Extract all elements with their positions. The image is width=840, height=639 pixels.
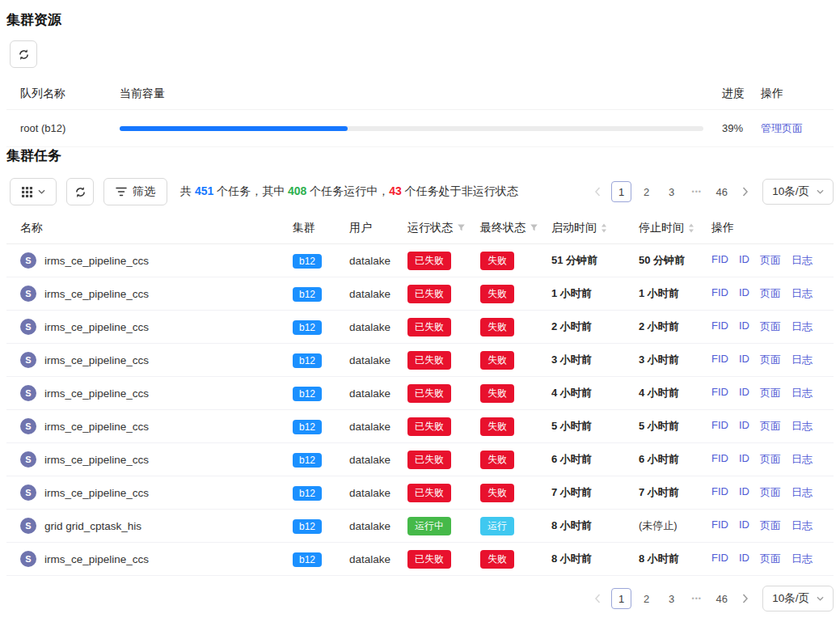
cluster-badge: b12 <box>293 519 322 534</box>
column-label: 停止时间 <box>639 221 684 235</box>
task-table-body: S irms_ce_pipeline_ccs b12 datalake 已失败 … <box>6 244 834 576</box>
summary-total-count: 451 <box>195 184 213 197</box>
task-action-id[interactable]: ID <box>739 419 749 434</box>
task-action-log[interactable]: 日志 <box>791 386 813 400</box>
column-resource-action: 操作 <box>761 87 834 101</box>
pagination: 123•••46 <box>589 181 754 202</box>
column-queue-name: 队列名称 <box>6 87 120 101</box>
tasks-refresh-button[interactable] <box>66 178 94 205</box>
task-action-id[interactable]: ID <box>739 452 749 467</box>
sorter-icon[interactable] <box>601 223 607 233</box>
spark-avatar-icon: S <box>20 319 36 335</box>
task-action-log[interactable]: 日志 <box>791 353 813 367</box>
task-action-fid[interactable]: FID <box>711 386 728 400</box>
summary-text: 个任务处于非运行状态 <box>402 184 518 197</box>
pagination-page[interactable]: 1 <box>611 588 631 609</box>
column-name: 名称 <box>6 221 293 235</box>
task-action-page[interactable]: 页面 <box>760 552 781 566</box>
page-size-select[interactable]: 10条/页 <box>762 586 834 611</box>
task-action-page[interactable]: 页面 <box>760 253 781 268</box>
task-action-fid[interactable]: FID <box>711 452 728 467</box>
task-actions: FIDID页面日志 <box>711 452 834 467</box>
final-status-badge: 失败 <box>480 285 514 303</box>
sorter-icon[interactable] <box>688 223 694 233</box>
task-action-log[interactable]: 日志 <box>791 485 813 500</box>
task-action-id[interactable]: ID <box>739 386 749 400</box>
task-action-id[interactable]: ID <box>739 552 749 566</box>
task-row: S irms_ce_pipeline_ccs b12 datalake 已失败 … <box>6 344 834 377</box>
capacity-cell <box>120 126 714 131</box>
task-action-id[interactable]: ID <box>739 518 749 533</box>
task-action-fid[interactable]: FID <box>711 320 728 334</box>
final-status-badge: 失败 <box>480 318 514 336</box>
task-action-id[interactable]: ID <box>739 286 749 301</box>
task-action-log[interactable]: 日志 <box>791 419 813 434</box>
pagination-page[interactable]: 3 <box>661 588 682 609</box>
task-action-log[interactable]: 日志 <box>791 286 813 301</box>
task-action-fid[interactable]: FID <box>711 353 728 367</box>
task-action-fid[interactable]: FID <box>711 485 728 500</box>
task-action-page[interactable]: 页面 <box>760 485 781 500</box>
task-action-page[interactable]: 页面 <box>760 518 781 533</box>
task-action-log[interactable]: 日志 <box>791 320 813 334</box>
task-action-id[interactable]: ID <box>739 485 749 500</box>
run-status-badge: 已失败 <box>407 252 451 270</box>
task-action-fid[interactable]: FID <box>711 419 728 434</box>
summary-stopped-count: 43 <box>389 184 402 197</box>
filter-funnel-icon[interactable] <box>457 223 466 232</box>
page-size-value: 10条/页 <box>772 184 809 199</box>
task-start-time: 1 小时前 <box>551 286 639 301</box>
task-action-fid[interactable]: FID <box>711 253 728 268</box>
summary-running-count: 408 <box>288 184 306 197</box>
task-action-page[interactable]: 页面 <box>760 419 781 434</box>
task-action-id[interactable]: ID <box>739 320 749 334</box>
task-stop-time: 3 小时前 <box>639 353 711 367</box>
task-action-id[interactable]: ID <box>739 353 749 367</box>
column-label: 集群 <box>293 221 315 235</box>
pagination-page[interactable]: 3 <box>661 181 682 202</box>
resources-refresh-button[interactable] <box>10 40 37 68</box>
task-name-cell: S irms_ce_pipeline_ccs <box>6 385 293 401</box>
task-action-page[interactable]: 页面 <box>760 320 781 334</box>
task-stop-time: 4 小时前 <box>639 386 711 400</box>
task-stop-time: 50 分钟前 <box>639 253 711 268</box>
pagination-prev-button[interactable] <box>589 181 606 202</box>
task-action-fid[interactable]: FID <box>711 286 728 301</box>
filter-funnel-icon[interactable] <box>530 223 538 232</box>
pagination-next-button[interactable] <box>737 181 754 202</box>
task-action-log[interactable]: 日志 <box>791 452 813 467</box>
task-action-page[interactable]: 页面 <box>760 452 781 467</box>
task-action-fid[interactable]: FID <box>711 552 728 566</box>
column-settings-dropdown-button[interactable] <box>10 178 57 205</box>
filter-button[interactable]: 筛选 <box>103 178 167 205</box>
summary-text: 个任务运行中， <box>306 184 389 197</box>
task-row: S irms_ce_pipeline_ccs b12 datalake 已失败 … <box>6 476 834 510</box>
task-stop-time: 6 小时前 <box>639 452 711 467</box>
task-action-page[interactable]: 页面 <box>760 286 781 301</box>
task-user: datalake <box>349 321 407 333</box>
task-user: datalake <box>349 255 407 267</box>
task-name-cell: S irms_ce_pipeline_ccs <box>6 286 293 302</box>
pagination-page[interactable]: 46 <box>711 588 732 609</box>
resources-title: 集群资源 <box>6 11 834 29</box>
manage-page-link[interactable]: 管理页面 <box>761 122 803 134</box>
pagination-page[interactable]: 1 <box>611 181 631 202</box>
task-start-time: 5 小时前 <box>551 419 639 434</box>
pagination-prev-button[interactable] <box>589 588 606 609</box>
pagination-page[interactable]: 2 <box>636 181 656 202</box>
cluster-badge: b12 <box>293 453 322 468</box>
task-action-log[interactable]: 日志 <box>791 552 813 566</box>
task-action-fid[interactable]: FID <box>711 518 728 533</box>
column-label: 用户 <box>349 221 372 235</box>
task-action-page[interactable]: 页面 <box>760 353 781 367</box>
spark-avatar-icon: S <box>20 485 36 501</box>
task-action-page[interactable]: 页面 <box>760 386 781 400</box>
page-size-select[interactable]: 10条/页 <box>762 179 834 205</box>
pagination-page[interactable]: 46 <box>711 181 732 202</box>
task-action-log[interactable]: 日志 <box>791 518 813 533</box>
pagination-next-button[interactable] <box>737 588 754 609</box>
task-action-log[interactable]: 日志 <box>791 253 813 268</box>
final-status-badge: 失败 <box>480 451 514 469</box>
pagination-page[interactable]: 2 <box>636 588 656 609</box>
task-action-id[interactable]: ID <box>739 253 749 268</box>
